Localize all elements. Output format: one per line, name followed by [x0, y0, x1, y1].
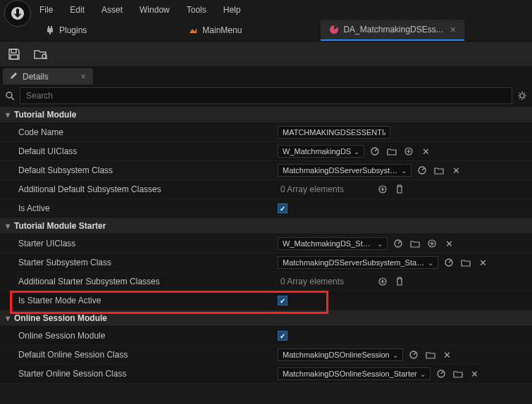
- default-online-session-dropdown[interactable]: MatchmakingDSOnlineSession ⌄: [278, 348, 403, 361]
- delete-icon[interactable]: [393, 183, 406, 196]
- use-selected-icon[interactable]: [369, 145, 381, 158]
- starter-online-session-dropdown[interactable]: MatchmakingDSOnlineSession_Starter ⌄: [278, 367, 431, 380]
- is-starter-active-checkbox[interactable]: ✓: [278, 296, 287, 305]
- row-starter-uiclass: Starter UIClass W_MatchmakingDS_Starter …: [0, 234, 532, 253]
- chevron-down-icon: ▾: [6, 313, 10, 323]
- use-selected-icon[interactable]: [392, 237, 404, 250]
- add-element-icon[interactable]: [376, 275, 389, 288]
- starter-uiclass-dropdown[interactable]: W_MatchmakingDS_Starter ⌄: [278, 237, 388, 250]
- default-subsystem-dropdown[interactable]: MatchmakingDSServerSubsystem ⌄: [278, 164, 412, 177]
- browse-asset-icon[interactable]: [452, 367, 464, 380]
- engine-logo: [4, 0, 31, 27]
- prop-label: Default Subsystem Class: [0, 165, 275, 175]
- save-icon[interactable]: [7, 47, 21, 61]
- clear-icon[interactable]: ✕: [441, 348, 454, 361]
- menu-edit[interactable]: Edit: [61, 1, 93, 19]
- svg-rect-1: [51, 26, 52, 28]
- details-tab-label: Details: [23, 72, 49, 82]
- toolbar: [0, 41, 532, 66]
- row-starter-online-session: Starter Online Session Class Matchmaking…: [0, 365, 532, 384]
- row-is-starter-active: Is Starter Mode Active ✓: [0, 291, 532, 310]
- use-selected-icon[interactable]: [443, 256, 455, 269]
- use-selected-icon[interactable]: [435, 367, 447, 380]
- add-icon[interactable]: [402, 145, 415, 158]
- chevron-down-icon: ⌄: [401, 167, 407, 175]
- dropdown-text: MatchmakingDSOnlineSession: [283, 351, 390, 359]
- level-icon: [188, 25, 198, 35]
- clear-icon[interactable]: ✕: [450, 164, 462, 177]
- chevron-down-icon: ⌄: [392, 351, 398, 359]
- prop-label: Starter Subsystem Class: [0, 258, 275, 267]
- row-online-session-module: Online Session Module ✓: [0, 327, 532, 346]
- search-input[interactable]: [20, 87, 512, 104]
- default-uiclass-dropdown[interactable]: W_MatchmakingDS ⌄: [278, 145, 364, 158]
- prop-label: Additional Default Subsystem Classes: [0, 184, 275, 194]
- prop-label: Online Session Module: [0, 331, 275, 341]
- row-code-name: Code Name: [0, 123, 532, 142]
- menu-help[interactable]: Help: [215, 1, 249, 19]
- browse-asset-icon[interactable]: [385, 145, 398, 158]
- plugin-icon: [45, 25, 55, 35]
- svg-line-10: [11, 97, 14, 100]
- menu-window[interactable]: Window: [131, 1, 178, 19]
- section-label: Tutorial Module: [14, 110, 76, 120]
- chevron-down-icon: ▾: [6, 221, 10, 231]
- clear-icon[interactable]: ✕: [476, 256, 489, 269]
- dropdown-text: W_MatchmakingDS_Starter: [283, 239, 374, 248]
- panel-tabbar: Details ×: [0, 66, 532, 84]
- use-selected-icon[interactable]: [407, 348, 420, 361]
- tab-label: MainMenu: [202, 25, 242, 35]
- section-tutorial-starter[interactable]: ▾ Tutorial Module Starter: [0, 218, 532, 234]
- browse-asset-icon[interactable]: [424, 348, 437, 361]
- tab-mainmenu[interactable]: MainMenu: [180, 20, 250, 41]
- browse-asset-icon[interactable]: [459, 256, 472, 269]
- clear-icon[interactable]: ✕: [419, 145, 432, 158]
- section-label: Online Session Module: [14, 313, 107, 323]
- row-is-active: Is Active ✓: [0, 199, 532, 218]
- tab-plugins[interactable]: Plugins: [37, 20, 95, 41]
- prop-label: Starter UIClass: [0, 239, 275, 248]
- chevron-down-icon: ⌄: [377, 240, 383, 248]
- menu-asset[interactable]: Asset: [93, 1, 131, 19]
- details-tab[interactable]: Details ×: [3, 68, 93, 84]
- starter-subsystem-dropdown[interactable]: MatchmakingDSServerSubsystem_Starter ⌄: [278, 256, 438, 269]
- add-icon[interactable]: [426, 237, 438, 250]
- use-selected-icon[interactable]: [416, 164, 428, 177]
- dataasset-icon: [329, 25, 339, 34]
- menu-bar: File Edit Asset Window Tools Help: [0, 0, 532, 20]
- menu-tools[interactable]: Tools: [178, 1, 215, 19]
- prop-label: Default UIClass: [0, 146, 275, 156]
- prop-label: Code Name: [0, 127, 275, 137]
- delete-icon[interactable]: [393, 275, 406, 288]
- array-count: 0 Array elements: [278, 277, 347, 286]
- close-icon[interactable]: ×: [81, 72, 86, 82]
- svg-rect-6: [11, 55, 18, 59]
- settings-icon[interactable]: [516, 90, 528, 101]
- browse-icon[interactable]: [34, 47, 48, 61]
- document-tabbar: Plugins MainMenu DA_MatchmakingDSEss... …: [37, 20, 532, 41]
- svg-rect-0: [48, 26, 49, 28]
- close-icon[interactable]: ×: [450, 24, 456, 35]
- search-icon: [4, 90, 16, 101]
- browse-asset-icon[interactable]: [409, 237, 421, 250]
- clear-icon[interactable]: ✕: [469, 367, 481, 380]
- prop-label: Starter Online Session Class: [0, 369, 275, 379]
- chevron-down-icon: ⌄: [428, 259, 433, 267]
- prop-label: Is Active: [0, 203, 275, 213]
- section-online-session[interactable]: ▾ Online Session Module: [0, 310, 532, 327]
- clear-icon[interactable]: ✕: [443, 237, 455, 250]
- array-count: 0 Array elements: [278, 184, 347, 194]
- online-session-checkbox[interactable]: ✓: [278, 331, 287, 341]
- is-active-checkbox[interactable]: ✓: [278, 203, 287, 213]
- browse-asset-icon[interactable]: [433, 164, 445, 177]
- prop-label: Default Online Session Class: [0, 350, 275, 360]
- tab-matchmaking[interactable]: DA_MatchmakingDSEss... ×: [321, 20, 464, 41]
- code-name-input[interactable]: [278, 126, 390, 139]
- add-element-icon[interactable]: [376, 183, 389, 196]
- section-tutorial-module[interactable]: ▾ Tutorial Module: [0, 107, 532, 123]
- dropdown-text: MatchmakingDSServerSubsystem: [283, 166, 398, 175]
- menu-file[interactable]: File: [31, 1, 61, 19]
- chevron-down-icon: ▾: [6, 110, 10, 120]
- row-default-subsystem: Default Subsystem Class MatchmakingDSSer…: [0, 161, 532, 180]
- svg-rect-3: [49, 32, 51, 34]
